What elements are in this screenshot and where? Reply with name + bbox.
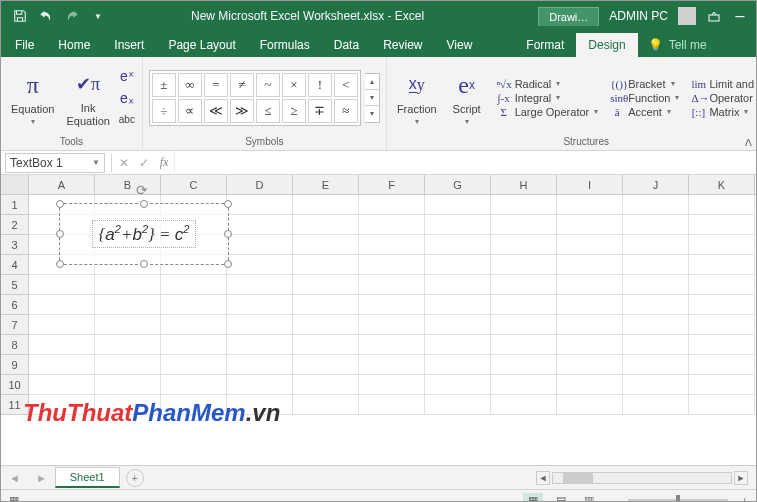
cell[interactable]	[425, 375, 491, 395]
cell[interactable]	[29, 295, 95, 315]
cell[interactable]	[623, 275, 689, 295]
symbol-cell[interactable]: ±	[152, 73, 176, 97]
integral-button[interactable]: ∫-xIntegral▾	[497, 92, 599, 104]
cell[interactable]	[227, 295, 293, 315]
cell[interactable]	[227, 315, 293, 335]
redo-icon[interactable]	[61, 5, 83, 27]
cell[interactable]	[161, 315, 227, 335]
symbols-gallery[interactable]: ±∞=≠~×!<÷∝≪≫≤≥∓≈	[149, 70, 361, 126]
symbol-cell[interactable]: ≪	[204, 99, 228, 123]
ribbon-options-icon[interactable]	[706, 8, 722, 24]
cell[interactable]	[293, 375, 359, 395]
cell[interactable]	[359, 375, 425, 395]
column-header[interactable]: D	[227, 175, 293, 194]
professional-icon[interactable]: eˣ	[118, 67, 136, 85]
symbol-cell[interactable]: !	[308, 73, 332, 97]
cell[interactable]	[29, 355, 95, 375]
cell[interactable]	[425, 195, 491, 215]
cell[interactable]	[227, 195, 293, 215]
symbol-cell[interactable]: ≠	[230, 73, 254, 97]
cell[interactable]	[359, 295, 425, 315]
cell[interactable]	[359, 215, 425, 235]
symbol-cell[interactable]: <	[334, 73, 358, 97]
formula-input[interactable]	[174, 151, 756, 174]
cell[interactable]	[623, 215, 689, 235]
cell[interactable]	[293, 335, 359, 355]
cell[interactable]	[623, 395, 689, 415]
large-operator-button[interactable]: ΣLarge Operator▾	[497, 106, 599, 118]
resize-handle[interactable]	[224, 200, 232, 208]
cell[interactable]	[293, 395, 359, 415]
cell[interactable]	[557, 235, 623, 255]
row-header[interactable]: 7	[1, 315, 29, 335]
collapse-ribbon-icon[interactable]: ᐱ	[745, 137, 752, 148]
cell[interactable]	[689, 335, 755, 355]
sheet-tab[interactable]: Sheet1	[55, 467, 120, 488]
cell[interactable]	[425, 215, 491, 235]
equation-content[interactable]: {a2+b2} = c2	[92, 220, 197, 248]
cell[interactable]	[623, 295, 689, 315]
horizontal-scrollbar[interactable]: ◄►	[536, 471, 748, 485]
symbol-cell[interactable]: ∝	[178, 99, 202, 123]
ink-equation-button[interactable]: ✔π Ink Equation	[62, 66, 113, 128]
cell[interactable]	[557, 395, 623, 415]
cell[interactable]	[491, 395, 557, 415]
radical-button[interactable]: ⁿ√xRadical▾	[497, 78, 599, 90]
page-layout-view-icon[interactable]: ▤	[551, 493, 571, 503]
normal-view-icon[interactable]: ▦	[523, 493, 543, 503]
tab-format[interactable]: Format	[514, 33, 576, 57]
cell[interactable]	[227, 355, 293, 375]
cell[interactable]	[359, 195, 425, 215]
cell[interactable]	[491, 275, 557, 295]
row-header[interactable]: 4	[1, 255, 29, 275]
cell[interactable]	[293, 275, 359, 295]
tab-home[interactable]: Home	[46, 33, 102, 57]
zoom-slider[interactable]	[628, 499, 728, 503]
normal-text-icon[interactable]: abc	[118, 111, 136, 129]
cell[interactable]	[29, 315, 95, 335]
cell[interactable]	[623, 355, 689, 375]
cancel-icon[interactable]: ✕	[114, 153, 134, 173]
column-header[interactable]: J	[623, 175, 689, 194]
resize-handle[interactable]	[56, 200, 64, 208]
row-header[interactable]: 10	[1, 375, 29, 395]
cell[interactable]	[491, 355, 557, 375]
page-break-view-icon[interactable]: ▥	[579, 493, 599, 503]
resize-handle[interactable]	[56, 230, 64, 238]
cell[interactable]	[227, 275, 293, 295]
tab-data[interactable]: Data	[322, 33, 371, 57]
tab-view[interactable]: View	[435, 33, 485, 57]
symbols-scroll[interactable]: ▴▾▾	[365, 73, 380, 123]
enter-icon[interactable]: ✓	[134, 153, 154, 173]
cell[interactable]	[689, 375, 755, 395]
row-header[interactable]: 9	[1, 355, 29, 375]
cell[interactable]	[293, 295, 359, 315]
cell[interactable]	[557, 255, 623, 275]
cell[interactable]	[689, 395, 755, 415]
cell[interactable]	[623, 195, 689, 215]
cell[interactable]	[161, 295, 227, 315]
equation-button[interactable]: π Equation▾	[7, 67, 58, 128]
cell[interactable]	[161, 355, 227, 375]
symbol-cell[interactable]: =	[204, 73, 228, 97]
cell[interactable]	[227, 235, 293, 255]
cell[interactable]	[557, 195, 623, 215]
contextual-tab-drawing[interactable]: Drawi…	[538, 7, 599, 26]
tab-insert[interactable]: Insert	[102, 33, 156, 57]
row-header[interactable]: 5	[1, 275, 29, 295]
add-sheet-icon[interactable]: +	[126, 469, 144, 487]
cell[interactable]	[293, 315, 359, 335]
select-all-corner[interactable]	[1, 175, 29, 194]
tab-file[interactable]: File	[1, 33, 46, 57]
symbol-cell[interactable]: ∓	[308, 99, 332, 123]
cell[interactable]	[293, 235, 359, 255]
zoom-out-icon[interactable]: −	[607, 495, 613, 503]
row-header[interactable]: 1	[1, 195, 29, 215]
cell[interactable]	[623, 315, 689, 335]
symbol-cell[interactable]: ÷	[152, 99, 176, 123]
cell[interactable]	[689, 355, 755, 375]
cell[interactable]	[95, 375, 161, 395]
row-header[interactable]: 3	[1, 235, 29, 255]
undo-icon[interactable]	[35, 5, 57, 27]
script-button[interactable]: ex Script▾	[445, 67, 489, 128]
